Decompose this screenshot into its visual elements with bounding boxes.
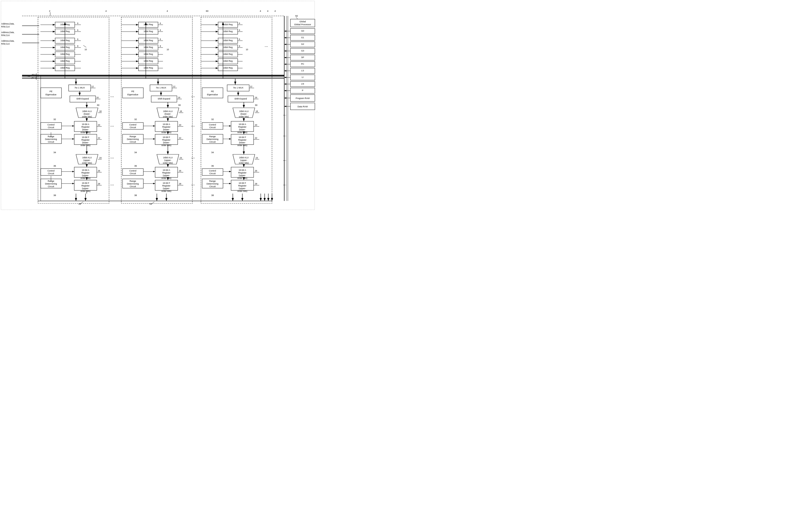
svg-text:16bit Reg: 16bit Reg bbox=[144, 46, 153, 49]
svg-text:16bit Reg: 16bit Reg bbox=[144, 30, 153, 33]
svg-text:Control: Control bbox=[47, 124, 54, 126]
svg-text:6: 6 bbox=[160, 22, 161, 24]
svg-text:22: 22 bbox=[255, 137, 257, 139]
addr-label-2b: R/W,CLK bbox=[1, 34, 10, 37]
svg-text:G1: G1 bbox=[301, 36, 304, 39]
svg-text:(upper-: (upper- bbox=[163, 187, 170, 190]
svg-text:Circuit: Circuit bbox=[209, 185, 216, 188]
svg-text:order bits): order bits) bbox=[161, 144, 172, 147]
svg-text:(lower-: (lower- bbox=[241, 113, 247, 115]
svg-text:Control: Control bbox=[209, 170, 216, 172]
svg-text:Register: Register bbox=[238, 185, 247, 187]
dots-col12-top: ··· bbox=[110, 94, 114, 99]
svg-text:20: 20 bbox=[255, 124, 257, 126]
svg-text:16-bit F: 16-bit F bbox=[239, 136, 246, 138]
svg-text:order bits): order bits) bbox=[81, 190, 91, 192]
svg-text:(lower-: (lower- bbox=[165, 113, 171, 115]
svg-text:LN: LN bbox=[301, 82, 304, 85]
svg-text:order bits): order bits) bbox=[239, 162, 249, 164]
svg-text:order bits): order bits) bbox=[161, 177, 172, 179]
svg-text:8: 8 bbox=[239, 45, 240, 47]
svg-text:Circuit: Circuit bbox=[48, 126, 54, 129]
svg-text:16: 16 bbox=[96, 96, 99, 99]
label-62: 62 bbox=[32, 76, 35, 79]
svg-text:16bit Reg: 16bit Reg bbox=[223, 53, 233, 55]
svg-text:26: 26 bbox=[98, 170, 100, 172]
svg-text:18: 18 bbox=[99, 110, 102, 113]
svg-text:Shift Expand: Shift Expand bbox=[157, 97, 170, 100]
svg-text:order bits): order bits) bbox=[163, 115, 173, 118]
label-4c: 4 bbox=[260, 10, 261, 12]
svg-text:Circuit: Circuit bbox=[209, 172, 216, 175]
label-32-c3: 32 bbox=[211, 118, 214, 120]
svg-text:16-bit F: 16-bit F bbox=[239, 182, 246, 184]
svg-text:Register: Register bbox=[81, 126, 90, 128]
svg-text:6: 6 bbox=[77, 22, 78, 24]
diagram-container: 2 4 4 60 4 4 4 Address,Data, R/W,CLK Add… bbox=[0, 0, 319, 211]
svg-text:G2: G2 bbox=[301, 43, 304, 45]
svg-text:16bit ALU: 16bit ALU bbox=[82, 156, 92, 159]
svg-text:order bits): order bits) bbox=[82, 162, 92, 164]
svg-text:order bits): order bits) bbox=[163, 162, 173, 164]
svg-text:order bits): order bits) bbox=[161, 190, 172, 192]
svg-text:Determining: Determining bbox=[45, 183, 57, 185]
svg-text:PE: PE bbox=[50, 90, 53, 93]
label-70: 70 bbox=[27, 75, 30, 77]
svg-text:order bits): order bits) bbox=[237, 190, 248, 192]
svg-text:16bit Reg: 16bit Reg bbox=[223, 39, 233, 42]
svg-text:Determining: Determining bbox=[207, 183, 218, 185]
svg-text:(lower-: (lower- bbox=[163, 141, 170, 144]
svg-text:Circuit: Circuit bbox=[130, 141, 136, 143]
label-4d: 4 bbox=[267, 10, 268, 12]
dots-right4: ··· bbox=[283, 183, 286, 187]
svg-text:(upper-: (upper- bbox=[239, 187, 246, 190]
svg-text:6: 6 bbox=[239, 38, 240, 40]
addr-label-3b: R/W,CLK bbox=[1, 43, 10, 45]
svg-text:16bit Reg: 16bit Reg bbox=[144, 66, 153, 69]
svg-line-16 bbox=[83, 45, 86, 47]
dots-right: ··· bbox=[283, 113, 286, 117]
svg-text:16-bit F: 16-bit F bbox=[163, 136, 170, 138]
svg-text:16bit ALU: 16bit ALU bbox=[239, 110, 248, 113]
svg-text:12: 12 bbox=[91, 85, 94, 88]
svg-text:16-bit A: 16-bit A bbox=[239, 169, 246, 171]
svg-text:(upper-: (upper- bbox=[163, 174, 170, 177]
svg-text:Register: Register bbox=[238, 126, 247, 128]
svg-text:7to 1 MUX: 7to 1 MUX bbox=[75, 87, 85, 89]
label-30-c3: 30 bbox=[255, 104, 257, 106]
svg-text:order bits): order bits) bbox=[81, 144, 91, 147]
svg-text:6: 6 bbox=[77, 38, 78, 40]
label-32-c1: 32 bbox=[53, 118, 56, 120]
svg-text:Data RAM: Data RAM bbox=[298, 106, 308, 108]
label-62-bottom: 62 bbox=[150, 203, 152, 205]
svg-text:Circuit: Circuit bbox=[130, 126, 136, 129]
svg-text:16bit ALU: 16bit ALU bbox=[163, 156, 173, 159]
svg-text:16bit Reg: 16bit Reg bbox=[144, 23, 153, 26]
svg-text:8: 8 bbox=[77, 45, 78, 47]
svg-text:order bits): order bits) bbox=[81, 177, 91, 179]
svg-text:Register: Register bbox=[162, 172, 171, 174]
label-30-c2: 30 bbox=[178, 104, 181, 106]
svg-text:order bits): order bits) bbox=[239, 115, 249, 118]
svg-text:6: 6 bbox=[239, 22, 240, 24]
svg-text:PE: PE bbox=[131, 90, 134, 93]
svg-text:LI: LI bbox=[302, 76, 304, 78]
svg-text:PC: PC bbox=[301, 63, 304, 65]
svg-text:16bit Reg: 16bit Reg bbox=[223, 60, 233, 62]
svg-text:Circuit: Circuit bbox=[209, 126, 216, 129]
svg-text:Control: Control bbox=[209, 124, 216, 126]
svg-text:20: 20 bbox=[179, 124, 181, 126]
svg-text:16bit ALU: 16bit ALU bbox=[239, 156, 248, 159]
svg-text:Register: Register bbox=[81, 185, 90, 187]
svg-text:Determining: Determining bbox=[45, 138, 57, 140]
dots-col23-btm: ··· bbox=[191, 182, 195, 187]
svg-text:Range: Range bbox=[130, 135, 136, 138]
svg-text:16bit Reg: 16bit Reg bbox=[223, 46, 233, 49]
svg-line-254 bbox=[296, 17, 298, 19]
dots-col23-mid: ··· bbox=[191, 124, 195, 128]
svg-text:16-bit A: 16-bit A bbox=[239, 123, 246, 126]
svg-text:28: 28 bbox=[179, 183, 181, 185]
svg-text:Circuit: Circuit bbox=[130, 172, 136, 175]
svg-text:Range: Range bbox=[130, 180, 136, 182]
label-32-c2: 32 bbox=[134, 118, 137, 120]
